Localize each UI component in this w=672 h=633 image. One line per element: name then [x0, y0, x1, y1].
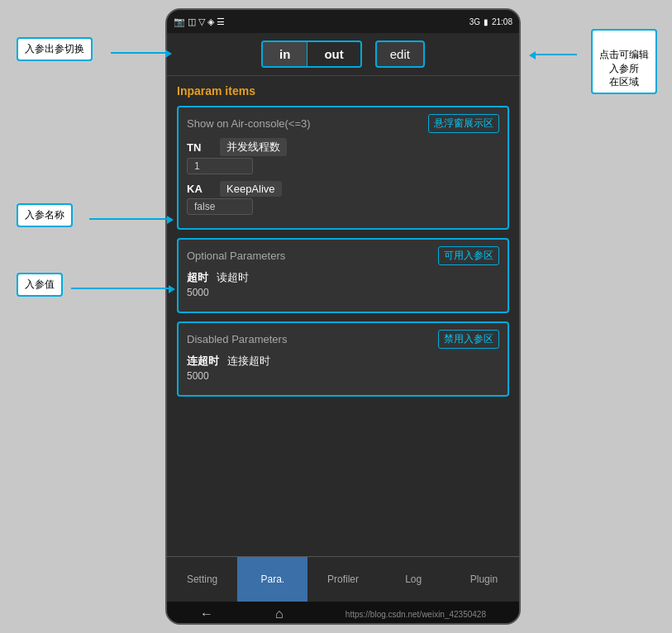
optional-label: 可用入参区	[438, 246, 499, 265]
arrow-in-out-switch	[111, 52, 167, 54]
time-display: 21:08	[492, 17, 512, 26]
annotation-param-value: 入参值	[17, 273, 63, 297]
param-full-ka: KeepAlive	[220, 181, 282, 197]
nav-label-log: Log	[405, 574, 422, 585]
opt-param-value: 5000	[187, 287, 499, 298]
param-value-tn[interactable]: 1	[187, 158, 253, 174]
disabled-param-row: 连超时 连接超时 5000	[187, 354, 499, 382]
air-console-header: Show on Air-console(<=3) 悬浮窗展示区	[187, 114, 499, 133]
param-short-ka: KA	[187, 183, 212, 195]
param-row-ka: KA KeepAlive false	[187, 181, 499, 215]
nav-label-profiler: Profiler	[327, 574, 359, 585]
arrow-param-name	[89, 218, 169, 220]
air-console-title: Show on Air-console(<=3)	[187, 117, 311, 130]
system-bar: ← ⌂ https://blog.csdn.net/weixin_4235042…	[167, 602, 519, 625]
optional-param-row: 超时 读超时 5000	[187, 270, 499, 298]
nav-item-setting[interactable]: Setting	[167, 557, 237, 602]
param-row-tn: TN 并发线程数 1	[187, 138, 499, 174]
status-icons-right: 3G ▮ 21:08	[469, 17, 512, 26]
tab-group: in out	[261, 40, 362, 68]
nav-item-log[interactable]: Log	[379, 557, 449, 602]
param-name-row-ka: KA KeepAlive	[187, 181, 499, 197]
signal-text: 3G	[469, 17, 480, 26]
nav-label-para: Para.	[260, 574, 284, 585]
disabled-param-name-row: 连超时 连接超时	[187, 354, 499, 369]
disabled-param-full: 连接超时	[227, 354, 270, 369]
param-short-tn: TN	[187, 141, 212, 154]
edit-button[interactable]: edit	[375, 40, 425, 68]
status-icons-left: 📷 ◫ ▽ ◈ ☰	[174, 17, 225, 27]
out-tab-button[interactable]: out	[307, 42, 360, 66]
battery-icon: ▮	[484, 17, 489, 26]
disabled-box: Disabled Parameters 禁用入参区 连超时 连接超时 5000	[177, 321, 509, 397]
annotation-edit-text: 点击可编辑 入参所 在区域	[599, 49, 649, 88]
floating-window-label: 悬浮窗展示区	[428, 114, 499, 133]
inparam-section-title: Inparam items	[177, 84, 509, 98]
bottom-nav: Setting Para. Profiler Log Plugin	[167, 556, 519, 602]
nav-item-profiler[interactable]: Profiler	[307, 557, 378, 602]
home-button[interactable]: ⌂	[275, 607, 284, 621]
url-display: https://blog.csdn.net/weixin_42350428	[346, 610, 486, 619]
in-tab-button[interactable]: in	[263, 42, 307, 66]
param-full-tn: 并发线程数	[220, 138, 287, 156]
main-content: Inparam items Show on Air-console(<=3) 悬…	[167, 76, 519, 556]
param-value-ka[interactable]: false	[187, 198, 253, 215]
disabled-param-value: 5000	[187, 370, 499, 382]
nav-label-plugin: Plugin	[470, 574, 498, 585]
disabled-header: Disabled Parameters 禁用入参区	[187, 330, 499, 349]
disabled-title: Disabled Parameters	[187, 333, 287, 345]
phone-frame: 📷 ◫ ▽ ◈ ☰ 3G ▮ 21:08 in out edit Inparam…	[165, 8, 521, 625]
disabled-label: 禁用入参区	[438, 330, 499, 349]
inparam-box: Show on Air-console(<=3) 悬浮窗展示区 TN 并发线程数…	[177, 106, 509, 230]
param-name-row-tn: TN 并发线程数	[187, 138, 499, 156]
optional-title: Optional Parameters	[187, 250, 285, 262]
arrow-param-value	[71, 288, 170, 289]
optional-header: Optional Parameters 可用入参区	[187, 246, 499, 265]
annotation-edit-region: 点击可编辑 入参所 在区域	[591, 29, 657, 94]
nav-item-para[interactable]: Para.	[237, 557, 307, 602]
status-bar: 📷 ◫ ▽ ◈ ☰ 3G ▮ 21:08	[167, 10, 519, 33]
opt-param-name-row: 超时 读超时	[187, 270, 499, 285]
opt-param-full: 读超时	[217, 270, 249, 285]
toolbar: in out edit	[167, 33, 519, 76]
nav-item-plugin[interactable]: Plugin	[449, 557, 519, 602]
arrow-edit-region	[534, 54, 577, 55]
nav-label-setting: Setting	[187, 574, 217, 585]
back-button[interactable]: ←	[200, 607, 213, 621]
annotation-param-name: 入参名称	[17, 203, 73, 227]
disabled-param-short: 连超时	[187, 354, 219, 369]
opt-param-short: 超时	[187, 270, 208, 285]
optional-box: Optional Parameters 可用入参区 超时 读超时 5000	[177, 238, 509, 313]
annotation-in-out-switch: 入参出参切换	[17, 37, 93, 61]
